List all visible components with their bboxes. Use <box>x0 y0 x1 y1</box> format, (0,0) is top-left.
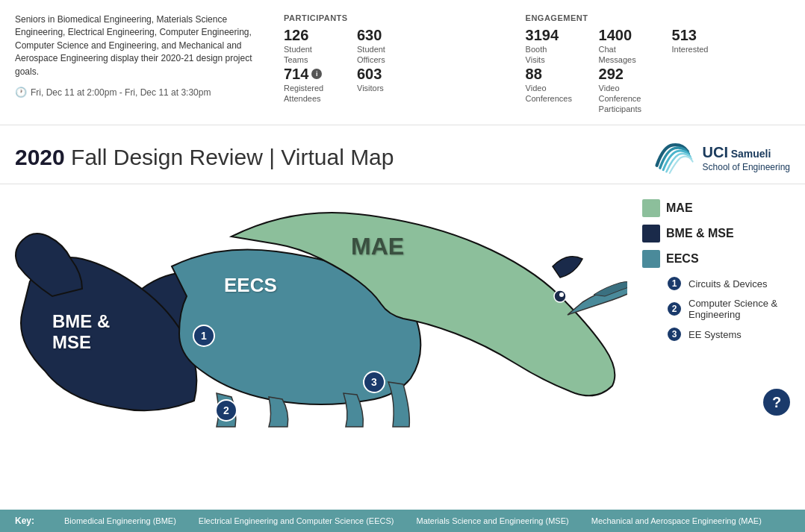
anteater-svg-container: BME &MSE EECS MAE 1 2 3 <box>7 192 627 431</box>
legend-bme: BME & MSE <box>642 225 784 242</box>
stat-label-vidpart: VideoConferenceParticipants <box>599 83 651 115</box>
legend-label-bme: BME & MSE <box>666 227 734 240</box>
map-section: BME &MSE EECS MAE 1 2 3 MAE BME & MSE EE… <box>0 184 805 438</box>
logo-uci: UCI <box>703 144 728 160</box>
legend-sub-cs: 2 Computer Science &Engineering <box>666 298 784 320</box>
footer: Key: Biomedical Engineering (BME) Electr… <box>0 510 805 532</box>
stat-label-chat: ChatMessages <box>599 44 651 66</box>
datetime-row: 🕐 Fri, Dec 11 at 2:00pm - Fri, Dec 11 at… <box>15 86 269 100</box>
legend-sub-ee: 3 EE Systems <box>666 326 784 342</box>
engagement-stats-row: 3194 BoothVisits 1400 ChatMessages 513 I… <box>526 27 790 114</box>
engagement-label: ENGAGEMENT <box>526 13 790 22</box>
footer-key: Key: <box>15 516 34 526</box>
title-section: 2020 Fall Design Review | Virtual Map UC… <box>0 125 805 184</box>
footer-bme: Biomedical Engineering (BME) <box>64 516 176 525</box>
stat-number-booth: 3194 <box>526 27 578 44</box>
stat-student-officers: 630 StudentOfficers <box>357 27 409 66</box>
logo-samueli: Samueli <box>731 148 771 160</box>
participants-label: PARTICIPANTS <box>284 13 496 22</box>
legend-sub-items: 1 Circuits & Devices 2 Computer Science … <box>666 275 784 342</box>
stat-number-video: 88 <box>526 66 578 83</box>
uci-logo-svg <box>650 139 695 176</box>
stat-label-visitors: Visitors <box>357 83 409 93</box>
description-text: Seniors in Biomedical Engineering, Mater… <box>15 13 269 78</box>
stat-number-attendees: 714 i <box>284 66 336 83</box>
footer-eecs: Electrical Engineering and Computer Scie… <box>199 516 394 525</box>
stat-number-vidpart: 292 <box>599 66 651 83</box>
anteater-map-svg[interactable] <box>7 192 627 431</box>
stat-chat-messages: 1400 ChatMessages <box>599 27 651 66</box>
legend-sub-num-3[interactable]: 3 <box>666 326 683 342</box>
info-icon-attendees[interactable]: i <box>311 69 322 79</box>
stat-video-conf: 88 VideoConferences <box>526 66 578 115</box>
legend-sub-num-2[interactable]: 2 <box>666 301 683 317</box>
stat-number-visitors: 603 <box>357 66 409 83</box>
engagement-block: ENGAGEMENT 3194 BoothVisits 1400 ChatMes… <box>526 13 790 114</box>
datetime-text: Fri, Dec 11 at 2:00pm - Fri, Dec 11 at 3… <box>31 87 211 99</box>
legend-sub-circuits: 1 Circuits & Devices <box>666 275 784 292</box>
legend-color-bme <box>642 225 660 242</box>
participants-stats-row: 126 StudentTeams 630 StudentOfficers 714… <box>284 27 496 104</box>
stat-registered-attendees: 714 i RegisteredAttendees <box>284 66 336 104</box>
logo-school: School of Engineering <box>703 162 790 174</box>
legend-color-mae <box>642 199 660 217</box>
stat-number-officers: 630 <box>357 27 409 44</box>
stat-label-attendees: RegisteredAttendees <box>284 83 336 104</box>
stat-label-teams: StudentTeams <box>284 44 336 66</box>
footer-mse: Materials Science and Engineering (MSE) <box>417 516 569 525</box>
legend-eecs: EECS <box>642 250 784 268</box>
stat-video-participants: 292 VideoConferenceParticipants <box>599 66 651 115</box>
stat-booth-visits: 3194 BoothVisits <box>526 27 578 66</box>
legend-sub-label-1: Circuits & Devices <box>689 278 767 290</box>
stat-number-interested: 513 <box>672 27 724 44</box>
stat-visitors: 603 Visitors <box>357 66 409 104</box>
page-title-bold: 2020 <box>15 145 65 169</box>
legend-label-eecs: EECS <box>666 252 699 266</box>
stat-student-teams: 126 StudentTeams <box>284 27 336 66</box>
footer-mae: Mechanical and Aerospace Engineering (MA… <box>591 516 762 525</box>
stat-label-video: VideoConferences <box>526 83 578 104</box>
participants-engagement: PARTICIPANTS 126 StudentTeams 630 Studen… <box>284 13 790 114</box>
stat-label-interested: Interested <box>672 44 724 54</box>
participants-block: PARTICIPANTS 126 StudentTeams 630 Studen… <box>284 13 496 114</box>
clock-icon: 🕐 <box>15 86 27 100</box>
stat-number-chat: 1400 <box>599 27 651 44</box>
page-title: 2020 Fall Design Review | Virtual Map <box>15 145 394 170</box>
stat-label-officers: StudentOfficers <box>357 44 409 66</box>
legend-sub-label-2: Computer Science &Engineering <box>689 298 777 320</box>
top-section: Seniors in Biomedical Engineering, Mater… <box>0 0 805 125</box>
legend-label-mae: MAE <box>666 201 693 215</box>
page-title-rest: Fall Design Review | Virtual Map <box>65 145 394 169</box>
logo-area: UCI Samueli School of Engineering <box>650 139 790 176</box>
stat-interested: 513 Interested <box>672 27 724 66</box>
stat-number-teams: 126 <box>284 27 336 44</box>
svg-point-2 <box>559 292 564 297</box>
stat-label-booth: BoothVisits <box>526 44 578 66</box>
stats-column: PARTICIPANTS 126 StudentTeams 630 Studen… <box>284 13 790 114</box>
legend-sub-num-1[interactable]: 1 <box>666 275 683 292</box>
legend-sub-label-3: EE Systems <box>689 329 742 340</box>
description-column: Seniors in Biomedical Engineering, Mater… <box>15 13 269 114</box>
legend-mae: MAE <box>642 199 784 217</box>
anteater-area: BME &MSE EECS MAE 1 2 3 <box>7 192 627 431</box>
legend-color-eecs <box>642 250 660 268</box>
logo-text: UCI Samueli School of Engineering <box>703 143 790 174</box>
